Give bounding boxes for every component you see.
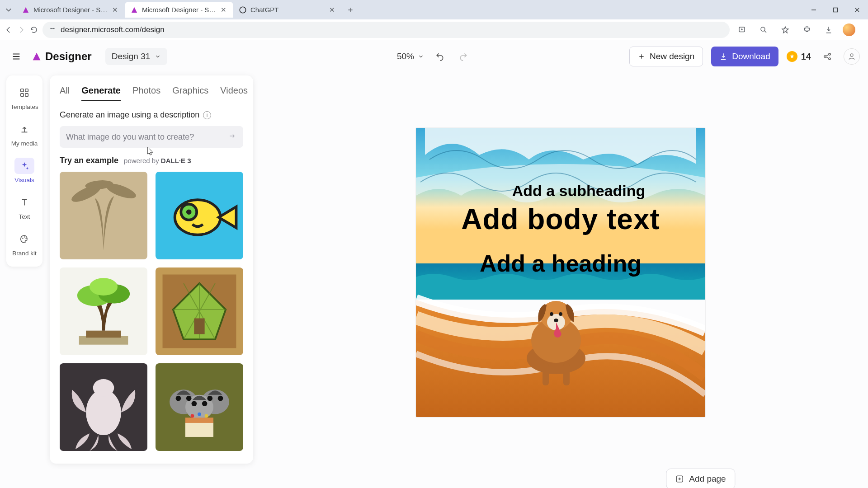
example-tile[interactable] bbox=[156, 363, 243, 451]
prompt-input[interactable]: What image do you want to create? bbox=[60, 126, 243, 148]
designer-favicon-icon bbox=[22, 6, 30, 14]
site-info-icon[interactable] bbox=[49, 25, 56, 34]
rail-label: Visuals bbox=[14, 177, 34, 183]
browser-toolbar: designer.microsoft.com/design bbox=[0, 19, 868, 40]
example-tile[interactable] bbox=[60, 267, 147, 355]
zoom-icon[interactable] bbox=[756, 22, 771, 38]
chevron-down-icon bbox=[155, 53, 161, 60]
zoom-control[interactable]: 50% bbox=[397, 52, 424, 61]
bookmark-icon[interactable] bbox=[778, 22, 793, 38]
new-tab-button[interactable] bbox=[344, 3, 357, 17]
canvas-subheading[interactable]: Add a subheading bbox=[434, 182, 705, 200]
canvas-body-text[interactable]: Add body text bbox=[416, 202, 705, 236]
rail-visuals[interactable]: Visuals bbox=[10, 154, 39, 188]
maximize-button[interactable] bbox=[825, 1, 846, 19]
tab-generate[interactable]: Generate bbox=[81, 85, 121, 101]
tab-videos[interactable]: Videos bbox=[220, 85, 248, 101]
close-icon[interactable]: ✕ bbox=[221, 6, 228, 14]
example-label: Try an example bbox=[60, 156, 118, 165]
credits-indicator[interactable]: 14 bbox=[787, 51, 811, 62]
rail-my-media[interactable]: My media bbox=[10, 117, 39, 151]
download-button[interactable]: Download bbox=[711, 47, 778, 66]
browser-menu-icon[interactable] bbox=[862, 22, 868, 38]
svg-rect-30 bbox=[86, 331, 121, 338]
example-tile[interactable] bbox=[156, 267, 243, 355]
extensions-icon[interactable] bbox=[799, 22, 815, 38]
coin-icon bbox=[787, 51, 797, 62]
undo-button[interactable] bbox=[432, 49, 448, 64]
design-name: Design 31 bbox=[112, 52, 151, 61]
reload-button[interactable] bbox=[30, 22, 38, 38]
chatgpt-favicon-icon bbox=[239, 6, 247, 14]
example-tile[interactable] bbox=[156, 172, 243, 259]
new-design-label: New design bbox=[650, 52, 694, 61]
account-button[interactable] bbox=[844, 48, 860, 65]
forward-button[interactable] bbox=[17, 22, 25, 38]
downloads-icon[interactable] bbox=[821, 22, 836, 38]
rail-label: Templates bbox=[10, 103, 38, 110]
url-text: designer.microsoft.com/design bbox=[61, 25, 165, 34]
app-header: Designer Design 31 50% New design Downlo… bbox=[0, 40, 868, 73]
brand[interactable]: Designer bbox=[32, 50, 92, 63]
svg-point-46 bbox=[207, 396, 212, 401]
design-canvas[interactable]: Add a subheading Add body text Add a hea… bbox=[416, 128, 705, 417]
tab-graphics[interactable]: Graphics bbox=[172, 85, 208, 101]
left-rail: Templates My media Visuals Text Brand ki… bbox=[6, 75, 42, 267]
address-bar[interactable]: designer.microsoft.com/design bbox=[42, 22, 730, 38]
rail-label: My media bbox=[11, 140, 38, 147]
canvas-heading[interactable]: Add a heading bbox=[416, 250, 705, 277]
window-controls bbox=[803, 1, 868, 19]
svg-point-49 bbox=[202, 401, 208, 406]
brand-label: Designer bbox=[45, 50, 92, 63]
new-design-button[interactable]: New design bbox=[629, 47, 703, 66]
svg-point-62 bbox=[559, 312, 562, 316]
browser-tab[interactable]: Microsoft Designer - Stunning ✕ bbox=[125, 2, 233, 18]
back-button[interactable] bbox=[5, 22, 13, 38]
design-switcher[interactable]: Design 31 bbox=[105, 48, 168, 65]
example-header: Try an example powered by DALL·E 3 bbox=[60, 156, 243, 165]
tab-all[interactable]: All bbox=[60, 85, 70, 101]
menu-button[interactable] bbox=[8, 48, 24, 65]
example-tile[interactable] bbox=[60, 363, 147, 451]
designer-logo-icon bbox=[32, 52, 42, 61]
add-page-button[interactable]: Add page bbox=[666, 469, 735, 488]
credits-value: 14 bbox=[801, 52, 811, 62]
browser-profile-avatar[interactable] bbox=[843, 23, 855, 36]
close-window-button[interactable] bbox=[846, 1, 868, 19]
header-center: 50% bbox=[397, 49, 471, 64]
sparkle-icon bbox=[14, 158, 34, 174]
info-icon[interactable]: i bbox=[203, 111, 211, 119]
svg-rect-13 bbox=[21, 89, 24, 92]
svg-rect-36 bbox=[194, 319, 204, 334]
rail-templates[interactable]: Templates bbox=[10, 81, 39, 115]
tab-photos[interactable]: Photos bbox=[132, 85, 160, 101]
upload-icon bbox=[14, 121, 34, 137]
browser-tab[interactable]: ChatGPT ✕ bbox=[233, 2, 342, 18]
install-app-icon[interactable] bbox=[734, 22, 750, 38]
svg-point-5 bbox=[761, 27, 765, 31]
browser-tab[interactable]: Microsoft Designer - Stunning ✕ bbox=[16, 2, 125, 18]
example-tile[interactable] bbox=[60, 172, 147, 259]
send-icon[interactable] bbox=[228, 131, 237, 143]
rail-text[interactable]: Text bbox=[10, 191, 39, 225]
svg-rect-64 bbox=[542, 363, 549, 385]
svg-point-53 bbox=[198, 413, 201, 416]
close-icon[interactable]: ✕ bbox=[329, 6, 336, 14]
tab-title: Microsoft Designer - Stunning bbox=[33, 6, 108, 14]
svg-rect-15 bbox=[21, 94, 24, 96]
panel-subtitle-text: Generate an image using a description bbox=[60, 110, 199, 120]
redo-button[interactable] bbox=[456, 49, 471, 64]
svg-rect-51 bbox=[185, 418, 213, 423]
panel-subtitle: Generate an image using a description i bbox=[60, 110, 243, 120]
share-button[interactable] bbox=[819, 48, 835, 65]
add-page-label: Add page bbox=[689, 474, 726, 484]
example-grid bbox=[60, 172, 243, 451]
download-label: Download bbox=[732, 52, 770, 61]
powered-label: powered by bbox=[124, 157, 159, 164]
svg-point-39 bbox=[93, 379, 114, 397]
minimize-button[interactable] bbox=[803, 1, 825, 19]
header-right: New design Download 14 bbox=[629, 47, 860, 66]
tab-search-icon[interactable] bbox=[5, 6, 13, 14]
rail-brand-kit[interactable]: Brand kit bbox=[10, 227, 39, 261]
close-icon[interactable]: ✕ bbox=[112, 6, 119, 14]
